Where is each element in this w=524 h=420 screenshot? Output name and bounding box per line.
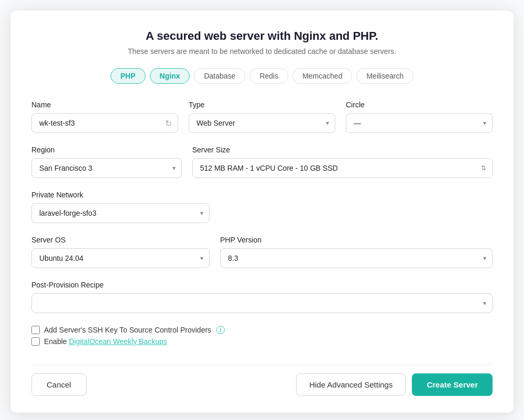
tab-database[interactable]: Database (194, 68, 245, 84)
circle-select-wrapper: — ▾ (346, 113, 493, 133)
backups-label-prefix: Enable DigitalOcean Weekly Backups (44, 337, 167, 346)
hide-advanced-button[interactable]: Hide Advanced Settings (296, 373, 406, 396)
checkboxes-section: Add Server's SSH Key To Source Control P… (31, 326, 493, 348)
server-os-select-wrapper: Ubuntu 24.04 ▾ (31, 248, 210, 268)
backups-checkbox[interactable] (31, 337, 40, 346)
group-type: Type Web Server ▾ (189, 101, 335, 133)
server-size-select[interactable]: 512 MB RAM - 1 vCPU Core - 10 GB SSD (192, 158, 493, 178)
ssh-key-checkbox[interactable] (31, 326, 40, 334)
region-select[interactable]: San Francisco 3 (31, 158, 182, 178)
group-private-network: Private Network laravel-forge-sfo3 ▾ (31, 191, 210, 223)
tab-redis[interactable]: Redis (249, 68, 288, 84)
private-network-label: Private Network (31, 191, 210, 199)
group-php-version: PHP Version 8.3 ▾ (220, 236, 493, 268)
name-input[interactable] (31, 113, 178, 133)
server-size-select-wrapper: 512 MB RAM - 1 vCPU Core - 10 GB SSD ⇅ (192, 158, 493, 178)
php-version-select-wrapper: 8.3 ▾ (220, 248, 493, 268)
modal-subtitle: These servers are meant to be networked … (31, 47, 493, 56)
group-server-size: Server Size 512 MB RAM - 1 vCPU Core - 1… (192, 146, 493, 178)
row-private-network: Private Network laravel-forge-sfo3 ▾ (31, 191, 493, 223)
group-name: Name ↻ (31, 101, 178, 133)
server-os-select[interactable]: Ubuntu 24.04 (31, 248, 210, 268)
php-version-select[interactable]: 8.3 (220, 248, 493, 268)
type-select-wrapper: Web Server ▾ (189, 113, 335, 133)
row-post-provision: Post-Provision Recipe ▾ (31, 281, 493, 313)
post-provision-select[interactable] (31, 293, 493, 313)
php-version-label: PHP Version (220, 236, 493, 244)
name-label: Name (31, 101, 178, 109)
form-section: Name ↻ Type Web Server ▾ Circle (31, 101, 493, 348)
refresh-icon[interactable]: ↻ (165, 118, 172, 128)
tab-meilisearch[interactable]: Meilisearch (356, 68, 413, 84)
region-select-wrapper: San Francisco 3 ▾ (31, 158, 182, 178)
group-circle: Circle — ▾ (346, 101, 493, 133)
create-server-modal: A secured web server with Nginx and PHP.… (10, 10, 514, 413)
tab-php[interactable]: PHP (111, 68, 146, 84)
tab-memcached[interactable]: Memcached (292, 68, 352, 84)
private-network-select[interactable]: laravel-forge-sfo3 (31, 203, 210, 223)
backups-link[interactable]: DigitalOcean Weekly Backups (69, 337, 167, 346)
server-os-label: Server OS (31, 236, 210, 244)
row-name-type-circle: Name ↻ Type Web Server ▾ Circle (31, 101, 493, 133)
create-server-button[interactable]: Create Server (412, 373, 493, 396)
type-select[interactable]: Web Server (189, 113, 335, 133)
cancel-button[interactable]: Cancel (31, 373, 86, 396)
server-size-label: Server Size (192, 146, 493, 154)
row-os-php: Server OS Ubuntu 24.04 ▾ PHP Version 8.3… (31, 236, 493, 268)
type-label: Type (189, 101, 335, 109)
tab-nginx[interactable]: Nginx (150, 68, 190, 84)
row-region-size: Region San Francisco 3 ▾ Server Size 512… (31, 146, 493, 178)
private-network-select-wrapper: laravel-forge-sfo3 ▾ (31, 203, 210, 223)
server-type-tabs: PHP Nginx Database Redis Memcached Meili… (31, 68, 493, 84)
post-provision-label: Post-Provision Recipe (31, 281, 493, 289)
footer-row: Cancel Hide Advanced Settings Create Ser… (31, 364, 493, 396)
footer-right: Hide Advanced Settings Create Server (296, 373, 493, 396)
circle-select[interactable]: — (346, 113, 493, 133)
modal-title: A secured web server with Nginx and PHP. (31, 29, 493, 43)
checkbox-row-ssh: Add Server's SSH Key To Source Control P… (31, 326, 493, 334)
region-label: Region (31, 146, 182, 154)
circle-label: Circle (346, 101, 493, 109)
group-region: Region San Francisco 3 ▾ (31, 146, 182, 178)
checkbox-row-backups: Enable DigitalOcean Weekly Backups (31, 337, 493, 346)
ssh-key-info-icon[interactable]: i (216, 326, 225, 334)
post-provision-select-wrapper: ▾ (31, 293, 493, 313)
group-post-provision: Post-Provision Recipe ▾ (31, 281, 493, 313)
name-input-wrapper: ↻ (31, 113, 178, 133)
ssh-key-label: Add Server's SSH Key To Source Control P… (44, 326, 211, 334)
group-server-os: Server OS Ubuntu 24.04 ▾ (31, 236, 210, 268)
